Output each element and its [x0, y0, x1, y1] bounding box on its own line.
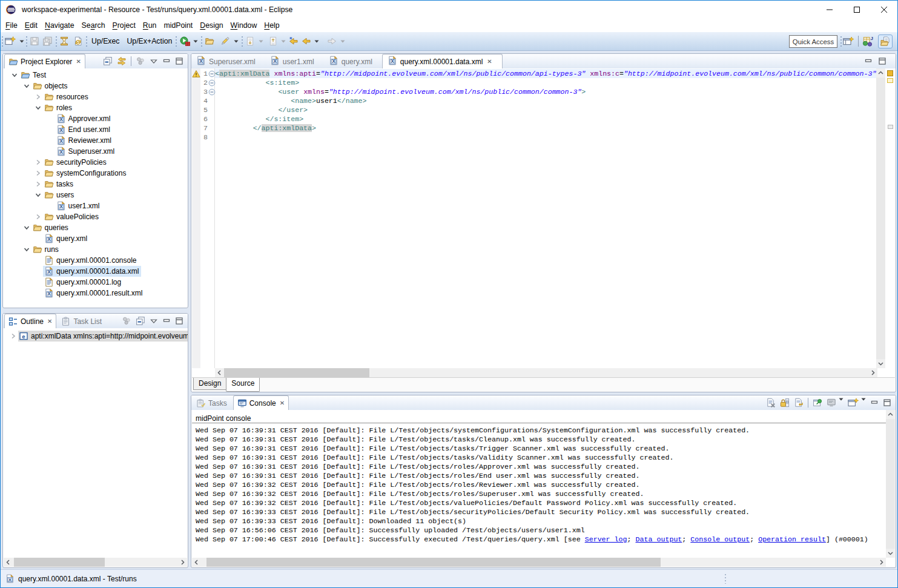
menu-search[interactable]: Search — [78, 20, 109, 31]
console-horizontal-scrollbar[interactable] — [192, 558, 886, 567]
tree-item[interactable]: End user.xml — [3, 124, 188, 135]
menu-design[interactable]: Design — [196, 20, 226, 31]
fold-collapse-icon[interactable] — [208, 69, 214, 78]
new-wizard-button[interactable] — [5, 35, 16, 48]
tab-tasks[interactable]: Tasks — [191, 396, 232, 410]
tree-item[interactable]: roles — [3, 102, 188, 113]
console-hyperlink[interactable]: Data output — [636, 535, 682, 543]
scroll-lock-button[interactable] — [780, 398, 790, 408]
quick-access-button[interactable]: Quick Access — [789, 35, 837, 48]
up-exec-button[interactable]: Up/Exec — [91, 35, 119, 48]
tab-source[interactable]: Source — [226, 378, 260, 392]
maximize-view-button[interactable] — [883, 398, 891, 407]
new-wizard-dropdown[interactable] — [19, 35, 24, 48]
menu-run[interactable]: Run — [139, 20, 160, 31]
occurrence-marker[interactable] — [888, 125, 893, 129]
scroll-up-icon[interactable] — [886, 410, 895, 419]
tree-item[interactable]: query.xml.00001.console — [3, 255, 188, 266]
console-hyperlink[interactable]: Console output — [690, 535, 750, 543]
folding-ruler[interactable] — [208, 68, 215, 368]
console-log[interactable]: Wed Sep 07 16:39:31 CEST 2016 [Default]:… — [196, 426, 885, 558]
editor-horizontal-scrollbar[interactable] — [215, 368, 877, 377]
tab-task-list[interactable]: Task List — [56, 314, 107, 328]
pin-console-button[interactable] — [813, 398, 822, 408]
back-button[interactable] — [301, 35, 311, 48]
scrollbar-thumb[interactable] — [14, 558, 105, 567]
menu-edit[interactable]: Edit — [21, 20, 41, 31]
outline-horizontal-scrollbar[interactable] — [4, 558, 187, 567]
scroll-left-icon[interactable] — [4, 558, 13, 567]
link-with-editor-button[interactable] — [117, 56, 127, 66]
forward-dropdown[interactable] — [340, 35, 345, 48]
maximize-view-button[interactable] — [878, 57, 886, 65]
open-console-button[interactable] — [848, 398, 866, 408]
close-icon[interactable]: ✕ — [280, 400, 285, 406]
scroll-right-icon[interactable] — [868, 368, 877, 377]
minimize-view-button[interactable] — [162, 317, 171, 325]
midpoint-refresh-button[interactable] — [73, 35, 83, 48]
scrollbar-thumb[interactable] — [886, 419, 895, 549]
tree-item[interactable]: user1.xml — [3, 200, 188, 211]
scroll-right-icon[interactable] — [178, 558, 187, 567]
open-folder-button[interactable] — [205, 35, 214, 48]
save-all-button[interactable] — [42, 35, 53, 48]
outline-root-item[interactable]: apti:xmlData xmlns:apti=http://midpoint.… — [3, 331, 188, 342]
console-hyperlink[interactable]: Server log — [585, 535, 627, 543]
focus-on-active-task-button[interactable] — [122, 316, 131, 326]
java-perspective-button[interactable] — [860, 35, 875, 48]
menu-project[interactable]: Project — [109, 20, 139, 31]
tree-item[interactable]: queries — [3, 222, 188, 233]
fold-collapse-icon[interactable] — [208, 87, 214, 96]
forward-button[interactable] — [327, 35, 337, 48]
tree-item[interactable]: securityPolicies — [3, 157, 188, 168]
scrollbar-thumb[interactable] — [876, 78, 885, 359]
mark-occurrences-button[interactable] — [220, 35, 229, 48]
clear-console-button[interactable] — [766, 398, 776, 408]
console-hyperlink[interactable]: Operation result — [758, 535, 826, 543]
up-ex-action-button[interactable]: Up/Ex+Action — [127, 35, 172, 48]
next-annotation-button[interactable] — [245, 35, 255, 48]
scroll-down-icon[interactable] — [876, 359, 885, 368]
tab-console[interactable]: Console ✕ — [233, 395, 289, 410]
tree-item[interactable]: query.xml.00001.data.xml — [3, 266, 188, 277]
tree-item[interactable]: systemConfigurations — [3, 168, 188, 179]
tree-item[interactable]: Superuser.xml — [3, 146, 188, 157]
code-area[interactable]: <apti:xmlData xmlns:apti="http://midpoin… — [215, 68, 876, 368]
editor-tab[interactable]: user1.xml — [265, 55, 324, 68]
scroll-right-icon[interactable] — [877, 558, 886, 567]
scroll-up-icon[interactable] — [876, 68, 885, 78]
maximize-view-button[interactable] — [175, 317, 183, 325]
focus-on-active-task-button[interactable] — [136, 56, 145, 66]
tree-item[interactable]: users — [3, 190, 188, 200]
previous-annotation-button[interactable] — [268, 35, 278, 48]
window-close-button[interactable] — [870, 1, 897, 18]
tree-item[interactable]: Test — [3, 70, 188, 81]
open-perspective-button[interactable] — [841, 35, 856, 48]
editor-vertical-scrollbar[interactable] — [876, 68, 885, 368]
menu-window[interactable]: Window — [227, 20, 261, 31]
tree-item[interactable]: Approver.xml — [3, 113, 188, 124]
tree-item[interactable]: resources — [3, 91, 188, 102]
close-icon[interactable]: ✕ — [487, 58, 492, 65]
run-button[interactable] — [180, 35, 190, 48]
scrollbar-thumb[interactable] — [224, 368, 369, 377]
window-maximize-button[interactable] — [843, 1, 870, 18]
warning-marker[interactable] — [887, 78, 893, 83]
collapse-all-button[interactable] — [103, 56, 113, 66]
console-vertical-scrollbar[interactable] — [886, 410, 895, 558]
window-minimize-button[interactable] — [816, 1, 843, 18]
tree-item[interactable]: query.xml.00001.result.xml — [3, 288, 188, 299]
tree-item[interactable]: valuePolicies — [3, 211, 188, 222]
tree-item[interactable]: tasks — [3, 179, 188, 190]
view-menu-button[interactable] — [150, 57, 158, 65]
save-button[interactable] — [30, 35, 39, 48]
scroll-left-icon[interactable] — [192, 558, 201, 567]
close-icon[interactable]: ✕ — [76, 58, 81, 65]
maximize-view-button[interactable] — [175, 57, 183, 65]
overview-ruler[interactable] — [885, 68, 895, 368]
chevron-right-icon[interactable] — [9, 332, 18, 340]
minimize-view-button[interactable] — [162, 57, 171, 65]
close-icon[interactable]: ✕ — [47, 318, 52, 325]
tree-item[interactable]: runs — [3, 244, 188, 255]
midpoint-upload-button[interactable] — [59, 35, 69, 48]
